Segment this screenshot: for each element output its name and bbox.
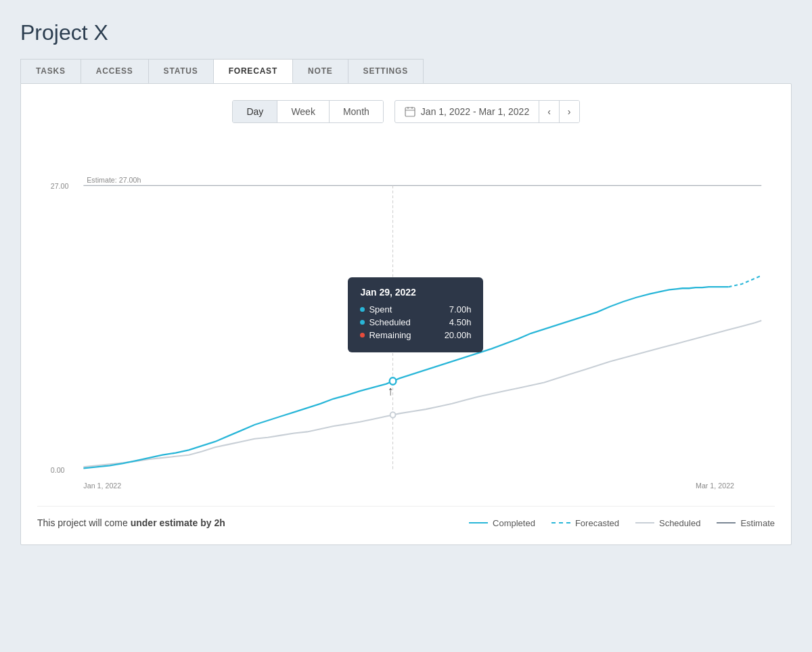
- chart-area: Estimate: 27.00h 27.00 0.00 Jan 1, 2022 …: [44, 143, 768, 495]
- period-month-button[interactable]: Month: [330, 101, 383, 122]
- legend-forecasted-label: Forecasted: [575, 518, 619, 528]
- tab-note[interactable]: NOTE: [293, 59, 348, 83]
- tab-settings[interactable]: SETTINGS: [348, 59, 424, 83]
- tab-tasks[interactable]: TASKS: [20, 59, 81, 83]
- svg-text:27.00: 27.00: [51, 181, 69, 189]
- svg-text:Mar 1, 2022: Mar 1, 2022: [696, 481, 734, 489]
- date-prev-button[interactable]: ‹: [539, 101, 559, 122]
- legend-scheduled-label: Scheduled: [659, 518, 700, 528]
- date-range-label: Jan 1, 2022 - Mar 1, 2022: [421, 106, 529, 117]
- tab-status[interactable]: STATUS: [149, 59, 214, 83]
- tab-access[interactable]: ACCESS: [81, 59, 149, 83]
- period-day-button[interactable]: Day: [233, 101, 277, 122]
- svg-text:↑: ↑: [388, 384, 394, 398]
- legend-estimate-label: Estimate: [740, 518, 775, 528]
- forecast-panel: Day Week Month Jan 1, 2022 - Mar 1, 2022…: [20, 83, 792, 545]
- date-range-selector[interactable]: Jan 1, 2022 - Mar 1, 2022 ‹ ›: [394, 100, 580, 123]
- svg-text:0.00: 0.00: [51, 465, 65, 473]
- forecasted-line-icon: [551, 522, 570, 523]
- tab-bar: TASKS ACCESS STATUS FORECAST NOTE SETTIN…: [20, 59, 792, 83]
- legend-forecasted: Forecasted: [551, 518, 619, 528]
- svg-text:Estimate: 27.00h: Estimate: 27.00h: [87, 176, 141, 184]
- scheduled-line-icon: [635, 522, 654, 523]
- legend-completed: Completed: [469, 518, 535, 528]
- svg-rect-0: [405, 108, 415, 116]
- estimate-line-icon: [717, 522, 736, 523]
- scheduled-point: [390, 412, 396, 417]
- period-group: Day Week Month: [232, 100, 383, 123]
- chart-legend: Completed Forecasted Scheduled Estimate: [469, 518, 775, 528]
- tab-forecast[interactable]: FORECAST: [214, 59, 293, 83]
- message-prefix: This project will come: [37, 517, 131, 528]
- chart-controls: Day Week Month Jan 1, 2022 - Mar 1, 2022…: [37, 100, 775, 123]
- date-range-text: Jan 1, 2022 - Mar 1, 2022: [395, 101, 539, 122]
- chart-svg: Estimate: 27.00h 27.00 0.00 Jan 1, 2022 …: [44, 143, 768, 495]
- legend-estimate: Estimate: [717, 518, 775, 528]
- completed-line-icon: [469, 522, 488, 523]
- svg-text:Jan 1, 2022: Jan 1, 2022: [83, 481, 121, 489]
- chart-footer: This project will come under estimate by…: [37, 506, 775, 528]
- under-estimate-message: This project will come under estimate by…: [37, 517, 225, 528]
- legend-scheduled: Scheduled: [635, 518, 700, 528]
- calendar-icon: [405, 106, 415, 117]
- period-week-button[interactable]: Week: [277, 101, 330, 122]
- date-next-button[interactable]: ›: [559, 101, 579, 122]
- page-title: Project X: [20, 20, 792, 45]
- legend-completed-label: Completed: [493, 518, 535, 528]
- message-bold: under estimate by 2h: [131, 517, 225, 528]
